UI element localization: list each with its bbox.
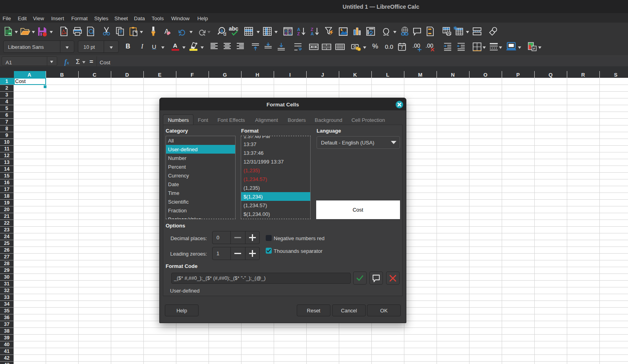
svg-text:a: a: [220, 28, 223, 33]
svg-text:A: A: [311, 31, 314, 36]
svg-text:d: d: [224, 31, 226, 37]
svg-text:Z: Z: [285, 32, 287, 36]
svg-text:Z: Z: [297, 31, 300, 36]
svg-text:7: 7: [401, 46, 403, 50]
svg-text:≠: ≠: [533, 46, 535, 51]
svg-text:A: A: [289, 32, 292, 36]
